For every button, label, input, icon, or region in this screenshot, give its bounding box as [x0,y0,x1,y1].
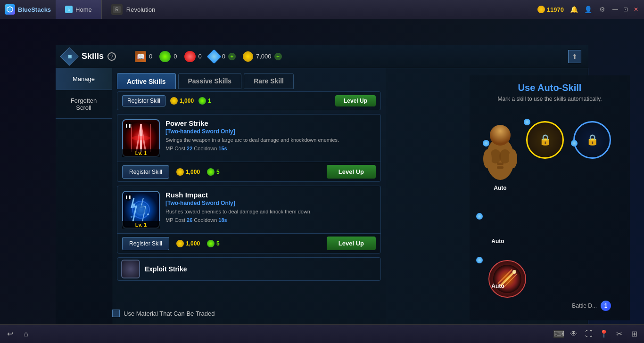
gold-count: 7,000 [256,53,272,60]
orb-cost-top: 1 [198,97,211,105]
brand-name: BlueStacks [18,6,51,13]
titlebar-right: ● 11970 🔔 👤 ⚙ — ⊡ ✕ [537,5,644,14]
expand-icon[interactable]: ⛶ [584,329,594,339]
notification-icon[interactable]: 🔔 [570,5,578,14]
window-controls: — ⊡ ✕ [612,6,639,13]
main-content: Active Skills Passive Skills Rare Skill … [112,68,386,337]
game-tab-label: Revolution [126,6,155,13]
skill-slot-red-skill: Auto [479,244,517,289]
skill-name-power-strike: Power Strike [165,119,376,127]
skills-title: Skills [82,51,104,61]
green-orb-count: 0 [173,53,177,60]
blue-orb-slot1 [524,119,530,125]
mp-cost-power-strike: 22 [187,146,192,151]
svg-point-14 [132,204,135,206]
register-skill-button-power-strike[interactable]: Register Skill [122,165,169,179]
home-taskbar-button[interactable]: ⌂ [21,329,31,339]
tab-passive-skills[interactable]: Passive Skills [178,73,242,89]
auto-skill-description: Mark a skill to use the skills automatic… [470,96,630,112]
export-button[interactable]: ⬆ [568,50,581,63]
blue-orb-slash [476,213,483,220]
blue-diamond-icon [206,49,221,64]
orb-icon-top [198,97,206,105]
settings-icon[interactable]: ⚙ [598,5,606,14]
gold-coin-icon-ps [176,168,184,176]
resource-items: 📖 0 0 0 0 + 7,000 + [135,51,281,62]
auto-skill-title: Use Auto-Skill [470,75,630,96]
gold-amount-ri: 1,000 [186,240,200,247]
tab-home[interactable]: ⌂ Home [56,0,102,19]
skill-info-power-strike: ❚❚ Lv. 1 Power Strike [Two-handed Sword … [117,114,380,162]
svg-rect-21 [497,163,504,165]
skills-title-area: ◈ Skills ? [63,50,116,63]
back-button[interactable]: ↩ [5,329,15,339]
resource-gold: 7,000 + [243,51,282,62]
maximize-button[interactable]: ⊡ [622,6,629,13]
level-up-button-rush-impact[interactable]: Level Up [327,237,376,250]
register-skill-button-top[interactable]: Register Skill [122,95,165,106]
orb-icon-ri [207,240,215,247]
skill-slot-gold-1[interactable]: 🔒 [526,121,564,159]
add-blue-diamond-button[interactable]: + [228,53,236,60]
skill-details-power-strike: Power Strike [Two-handed Sword Only] Swi… [165,119,376,157]
skill-name-rush-impact: Rush Impact [165,191,376,199]
skill-desc-power-strike: Swings the weapon in a large arc to deal… [165,137,376,144]
exploit-strike-name: Exploit Strike [145,265,187,273]
tab-active-skills[interactable]: Active Skills [117,73,176,89]
sidebar-item-forgotten-scroll[interactable]: ForgottenScroll [56,90,112,119]
checkbox-row: Use Material That Can Be Traded [112,310,215,317]
skills-list: Register Skill 1,000 1 Level Up [112,89,386,334]
mp-cost-rush-impact: 26 [187,217,192,223]
close-button[interactable]: ✕ [633,6,639,13]
blue-diamond-count: 0 [222,53,225,60]
skill-action-power-strike: Register Skill 1,000 5 Level Up [117,162,380,181]
coins-display: ● 11970 [537,6,564,13]
blue-orb-character [483,140,489,147]
skill-icon-wrap-power-strike: ❚❚ Lv. 1 [122,119,160,157]
pause-button-rush-impact[interactable]: ❚❚ [124,193,132,201]
battle-deck-text: Battle D... [572,302,597,309]
level-up-button-top[interactable]: Level Up [335,95,376,106]
gold-coin-icon-top [170,97,178,105]
sidebar-item-manage[interactable]: Manage [56,68,112,90]
tab-game[interactable]: R Revolution [102,0,165,19]
user-icon[interactable]: 👤 [584,5,592,14]
battle-deck[interactable]: Battle D... 1 [572,301,611,311]
auto-skill-slots: Auto 🔒 🔒 [470,112,630,291]
svg-point-24 [509,149,517,168]
level-up-button-power-strike[interactable]: Level Up [327,165,376,179]
resource-blue-diamond: 0 + [209,51,236,62]
trade-material-checkbox[interactable] [112,310,120,317]
game-tab-icon: R [111,4,123,15]
tabs-bar: Active Skills Passive Skills Rare Skill [112,68,386,89]
tab-rare-skill[interactable]: Rare Skill [244,73,294,89]
taskbar: ↩ ⌂ ⌨ 👁 ⛶ 📍 ✂ ⊞ [0,324,644,343]
grid-icon[interactable]: ⊞ [629,329,639,339]
help-icon[interactable]: ? [107,52,116,61]
gold-coin-icon-ri [176,240,184,247]
skill-slot-empty [583,199,620,237]
eye-icon[interactable]: 👁 [569,329,579,339]
skill-slot-blue-1[interactable]: 🔒 [573,121,611,159]
svg-point-23 [483,149,492,168]
skill-details-rush-impact: Rush Impact [Two-handed Sword Only] Rush… [165,191,376,229]
skill-level-rush-impact: Lv. 1 [122,221,160,229]
keyboard-icon[interactable]: ⌨ [553,329,564,339]
add-gold-button[interactable]: + [274,53,282,60]
left-sidebar: Manage ForgottenScroll [56,68,112,337]
register-skill-button-rush-impact[interactable]: Register Skill [122,237,169,250]
skill-slot-sword-slash: Auto [479,199,517,245]
orb-cost-rush-impact: 5 [207,240,220,247]
location-icon[interactable]: 📍 [599,329,609,339]
svg-point-10 [132,136,150,140]
auto-label-character: Auto [479,185,521,191]
red-gem-icon [184,51,196,62]
scissors-icon[interactable]: ✂ [614,329,624,339]
header-right: ⬆ [568,50,581,63]
minimize-button[interactable]: — [612,6,619,13]
pause-button-power-strike[interactable]: ❚❚ [124,122,132,129]
lock-icon-gold: 🔒 [539,134,552,146]
skill-stats-rush-impact: MP Cost 26 Cooldown 18s [165,217,376,223]
svg-rect-22 [497,166,504,169]
skill-stats-power-strike: MP Cost 22 Cooldown 15s [165,146,376,151]
